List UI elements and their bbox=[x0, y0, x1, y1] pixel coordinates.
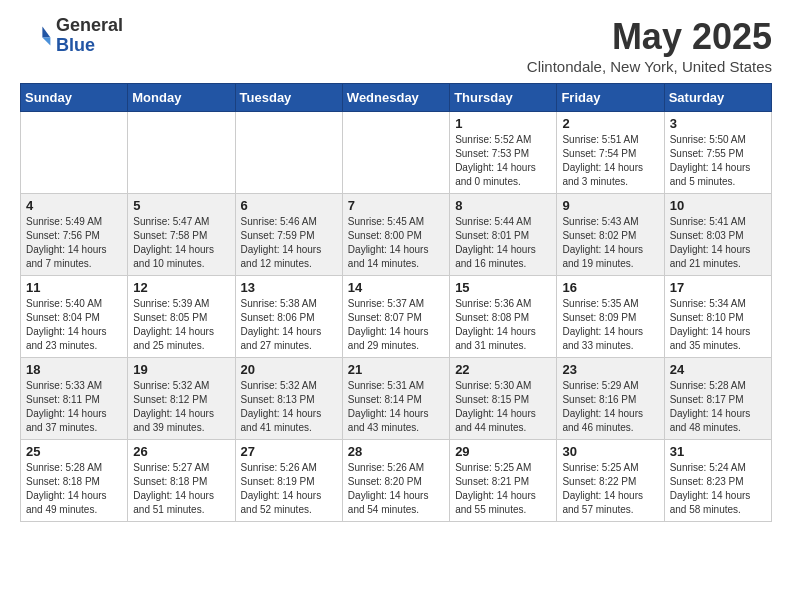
calendar-cell: 30Sunrise: 5:25 AM Sunset: 8:22 PM Dayli… bbox=[557, 440, 664, 522]
day-number: 26 bbox=[133, 444, 229, 459]
day-number: 30 bbox=[562, 444, 658, 459]
day-info: Sunrise: 5:30 AM Sunset: 8:15 PM Dayligh… bbox=[455, 379, 551, 435]
calendar-week-row: 1Sunrise: 5:52 AM Sunset: 7:53 PM Daylig… bbox=[21, 112, 772, 194]
day-info: Sunrise: 5:28 AM Sunset: 8:18 PM Dayligh… bbox=[26, 461, 122, 517]
day-info: Sunrise: 5:26 AM Sunset: 8:19 PM Dayligh… bbox=[241, 461, 337, 517]
day-info: Sunrise: 5:25 AM Sunset: 8:21 PM Dayligh… bbox=[455, 461, 551, 517]
day-info: Sunrise: 5:38 AM Sunset: 8:06 PM Dayligh… bbox=[241, 297, 337, 353]
logo-text: General Blue bbox=[56, 16, 123, 56]
day-number: 22 bbox=[455, 362, 551, 377]
calendar-cell: 3Sunrise: 5:50 AM Sunset: 7:55 PM Daylig… bbox=[664, 112, 771, 194]
calendar-cell: 22Sunrise: 5:30 AM Sunset: 8:15 PM Dayli… bbox=[450, 358, 557, 440]
calendar-cell: 7Sunrise: 5:45 AM Sunset: 8:00 PM Daylig… bbox=[342, 194, 449, 276]
day-number: 21 bbox=[348, 362, 444, 377]
calendar-cell: 14Sunrise: 5:37 AM Sunset: 8:07 PM Dayli… bbox=[342, 276, 449, 358]
calendar-day-header: Wednesday bbox=[342, 84, 449, 112]
day-number: 15 bbox=[455, 280, 551, 295]
calendar-cell bbox=[128, 112, 235, 194]
day-number: 5 bbox=[133, 198, 229, 213]
day-info: Sunrise: 5:35 AM Sunset: 8:09 PM Dayligh… bbox=[562, 297, 658, 353]
day-info: Sunrise: 5:36 AM Sunset: 8:08 PM Dayligh… bbox=[455, 297, 551, 353]
calendar-cell: 1Sunrise: 5:52 AM Sunset: 7:53 PM Daylig… bbox=[450, 112, 557, 194]
day-info: Sunrise: 5:45 AM Sunset: 8:00 PM Dayligh… bbox=[348, 215, 444, 271]
header: General Blue May 2025 Clintondale, New Y… bbox=[20, 16, 772, 75]
calendar-cell: 31Sunrise: 5:24 AM Sunset: 8:23 PM Dayli… bbox=[664, 440, 771, 522]
calendar-cell: 2Sunrise: 5:51 AM Sunset: 7:54 PM Daylig… bbox=[557, 112, 664, 194]
calendar-cell: 20Sunrise: 5:32 AM Sunset: 8:13 PM Dayli… bbox=[235, 358, 342, 440]
day-number: 6 bbox=[241, 198, 337, 213]
day-info: Sunrise: 5:39 AM Sunset: 8:05 PM Dayligh… bbox=[133, 297, 229, 353]
calendar-day-header: Saturday bbox=[664, 84, 771, 112]
day-info: Sunrise: 5:29 AM Sunset: 8:16 PM Dayligh… bbox=[562, 379, 658, 435]
day-number: 12 bbox=[133, 280, 229, 295]
day-number: 8 bbox=[455, 198, 551, 213]
logo-icon bbox=[20, 20, 52, 52]
day-number: 19 bbox=[133, 362, 229, 377]
subtitle: Clintondale, New York, United States bbox=[527, 58, 772, 75]
day-number: 18 bbox=[26, 362, 122, 377]
day-number: 1 bbox=[455, 116, 551, 131]
day-number: 4 bbox=[26, 198, 122, 213]
day-number: 24 bbox=[670, 362, 766, 377]
title-block: May 2025 Clintondale, New York, United S… bbox=[527, 16, 772, 75]
day-info: Sunrise: 5:24 AM Sunset: 8:23 PM Dayligh… bbox=[670, 461, 766, 517]
calendar-day-header: Sunday bbox=[21, 84, 128, 112]
calendar-cell: 29Sunrise: 5:25 AM Sunset: 8:21 PM Dayli… bbox=[450, 440, 557, 522]
day-info: Sunrise: 5:37 AM Sunset: 8:07 PM Dayligh… bbox=[348, 297, 444, 353]
day-number: 14 bbox=[348, 280, 444, 295]
calendar-cell: 25Sunrise: 5:28 AM Sunset: 8:18 PM Dayli… bbox=[21, 440, 128, 522]
day-info: Sunrise: 5:46 AM Sunset: 7:59 PM Dayligh… bbox=[241, 215, 337, 271]
day-info: Sunrise: 5:25 AM Sunset: 8:22 PM Dayligh… bbox=[562, 461, 658, 517]
calendar-cell bbox=[21, 112, 128, 194]
calendar-cell: 27Sunrise: 5:26 AM Sunset: 8:19 PM Dayli… bbox=[235, 440, 342, 522]
calendar: SundayMondayTuesdayWednesdayThursdayFrid… bbox=[20, 83, 772, 522]
calendar-week-row: 11Sunrise: 5:40 AM Sunset: 8:04 PM Dayli… bbox=[21, 276, 772, 358]
day-number: 27 bbox=[241, 444, 337, 459]
day-number: 13 bbox=[241, 280, 337, 295]
calendar-cell: 18Sunrise: 5:33 AM Sunset: 8:11 PM Dayli… bbox=[21, 358, 128, 440]
day-number: 25 bbox=[26, 444, 122, 459]
day-info: Sunrise: 5:43 AM Sunset: 8:02 PM Dayligh… bbox=[562, 215, 658, 271]
day-number: 23 bbox=[562, 362, 658, 377]
logo: General Blue bbox=[20, 16, 123, 56]
day-info: Sunrise: 5:41 AM Sunset: 8:03 PM Dayligh… bbox=[670, 215, 766, 271]
day-number: 29 bbox=[455, 444, 551, 459]
calendar-cell: 23Sunrise: 5:29 AM Sunset: 8:16 PM Dayli… bbox=[557, 358, 664, 440]
calendar-cell: 13Sunrise: 5:38 AM Sunset: 8:06 PM Dayli… bbox=[235, 276, 342, 358]
day-number: 10 bbox=[670, 198, 766, 213]
calendar-cell: 12Sunrise: 5:39 AM Sunset: 8:05 PM Dayli… bbox=[128, 276, 235, 358]
day-number: 28 bbox=[348, 444, 444, 459]
day-info: Sunrise: 5:34 AM Sunset: 8:10 PM Dayligh… bbox=[670, 297, 766, 353]
calendar-header-row: SundayMondayTuesdayWednesdayThursdayFrid… bbox=[21, 84, 772, 112]
day-info: Sunrise: 5:32 AM Sunset: 8:12 PM Dayligh… bbox=[133, 379, 229, 435]
calendar-cell bbox=[235, 112, 342, 194]
svg-marker-0 bbox=[42, 26, 50, 37]
calendar-cell: 5Sunrise: 5:47 AM Sunset: 7:58 PM Daylig… bbox=[128, 194, 235, 276]
page: General Blue May 2025 Clintondale, New Y… bbox=[0, 0, 792, 538]
calendar-day-header: Tuesday bbox=[235, 84, 342, 112]
day-number: 17 bbox=[670, 280, 766, 295]
logo-general: General bbox=[56, 16, 123, 36]
calendar-cell: 28Sunrise: 5:26 AM Sunset: 8:20 PM Dayli… bbox=[342, 440, 449, 522]
day-info: Sunrise: 5:26 AM Sunset: 8:20 PM Dayligh… bbox=[348, 461, 444, 517]
day-number: 3 bbox=[670, 116, 766, 131]
calendar-cell bbox=[342, 112, 449, 194]
day-info: Sunrise: 5:40 AM Sunset: 8:04 PM Dayligh… bbox=[26, 297, 122, 353]
calendar-cell: 8Sunrise: 5:44 AM Sunset: 8:01 PM Daylig… bbox=[450, 194, 557, 276]
day-info: Sunrise: 5:31 AM Sunset: 8:14 PM Dayligh… bbox=[348, 379, 444, 435]
day-info: Sunrise: 5:27 AM Sunset: 8:18 PM Dayligh… bbox=[133, 461, 229, 517]
calendar-cell: 21Sunrise: 5:31 AM Sunset: 8:14 PM Dayli… bbox=[342, 358, 449, 440]
day-number: 9 bbox=[562, 198, 658, 213]
day-info: Sunrise: 5:28 AM Sunset: 8:17 PM Dayligh… bbox=[670, 379, 766, 435]
main-title: May 2025 bbox=[527, 16, 772, 58]
calendar-day-header: Friday bbox=[557, 84, 664, 112]
day-info: Sunrise: 5:49 AM Sunset: 7:56 PM Dayligh… bbox=[26, 215, 122, 271]
calendar-day-header: Thursday bbox=[450, 84, 557, 112]
calendar-week-row: 18Sunrise: 5:33 AM Sunset: 8:11 PM Dayli… bbox=[21, 358, 772, 440]
calendar-cell: 10Sunrise: 5:41 AM Sunset: 8:03 PM Dayli… bbox=[664, 194, 771, 276]
calendar-day-header: Monday bbox=[128, 84, 235, 112]
day-number: 7 bbox=[348, 198, 444, 213]
day-number: 20 bbox=[241, 362, 337, 377]
day-info: Sunrise: 5:50 AM Sunset: 7:55 PM Dayligh… bbox=[670, 133, 766, 189]
day-info: Sunrise: 5:52 AM Sunset: 7:53 PM Dayligh… bbox=[455, 133, 551, 189]
